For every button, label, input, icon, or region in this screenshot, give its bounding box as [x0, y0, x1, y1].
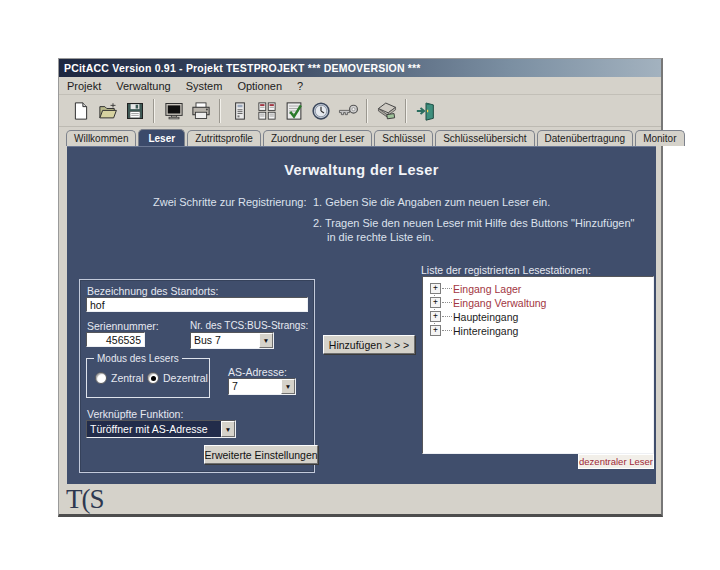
radio-zentral[interactable]: Zentral — [95, 372, 144, 384]
advanced-settings-button[interactable]: Erweiterte Einstellungen — [204, 445, 318, 464]
chevron-down-icon[interactable]: ▼ — [281, 379, 295, 394]
new-document-icon — [71, 101, 91, 121]
modus-groupbox: Modus des Lesers Zentral Dezentral — [86, 358, 210, 398]
status-badge: dezentraler Leser — [578, 454, 654, 469]
chevron-down-icon[interactable]: ▼ — [259, 333, 273, 348]
chevron-down-icon[interactable]: ▼ — [221, 421, 235, 437]
expand-icon[interactable]: + — [430, 311, 441, 322]
expand-icon[interactable]: + — [430, 297, 441, 308]
new-reader-form: Bezeichnung des Standorts: Seriennummer:… — [79, 279, 315, 473]
standort-input[interactable] — [86, 297, 308, 312]
screenshot-page: PCitACC Version 0.91 - Projekt TESTPROJE… — [0, 0, 720, 570]
bus-strang-value: Bus 7 — [194, 334, 221, 346]
menu-item-projekt[interactable]: Projekt — [67, 80, 101, 92]
list-item[interactable]: + Hintereingang — [430, 324, 518, 337]
tab-schluessel[interactable]: Schlüssel — [374, 130, 433, 146]
radio-dezentral-icon — [147, 372, 159, 384]
funktion-select[interactable]: Türöffner mit AS-Adresse ▼ — [86, 420, 236, 438]
tab-willkommen[interactable]: Willkommen — [66, 130, 136, 146]
save-button[interactable] — [121, 98, 148, 124]
modus-label: Modus des Lesers — [94, 353, 182, 364]
menu-item-help[interactable]: ? — [297, 80, 303, 92]
monitor-button[interactable] — [160, 98, 187, 124]
tab-zutrittsprofile[interactable]: Zutrittsprofile — [187, 130, 261, 146]
tree-dash — [442, 302, 452, 303]
instruction-step-1: 1. Geben Sie die Angaben zum neuen Leser… — [313, 196, 550, 208]
add-reader-button[interactable]: Hinzufügen > > > — [323, 335, 415, 354]
list-item[interactable]: + Eingang Verwaltung — [430, 296, 546, 309]
expand-icon[interactable]: + — [430, 325, 441, 336]
list-item[interactable]: + Haupteingang — [430, 310, 518, 323]
standort-label: Bezeichnung des Standorts: — [87, 285, 218, 297]
menu-item-optionen[interactable]: Optionen — [237, 80, 282, 92]
instruction-step-2-continued: in die rechte Liste ein. — [327, 231, 434, 243]
tab-zuordnung-der-leser[interactable]: Zuordnung der Leser — [263, 130, 372, 146]
reader-list-icon — [230, 101, 250, 121]
intro-label: Zwei Schritte zur Registrierung: — [153, 196, 306, 208]
funktion-label: Verknüpfte Funktion: — [87, 408, 183, 420]
check-clipboard-icon — [284, 101, 304, 121]
monitor-icon — [164, 101, 184, 121]
print-button[interactable] — [187, 98, 214, 124]
card-reader-button[interactable] — [373, 98, 400, 124]
check-clipboard-button[interactable] — [280, 98, 307, 124]
registered-readers-list[interactable]: + Eingang Lager + Eingang Verwaltung + H… — [422, 276, 654, 454]
tab-leser[interactable]: Leser — [138, 129, 185, 146]
save-icon — [125, 101, 145, 121]
tree-dash — [442, 330, 452, 331]
as-adresse-select[interactable]: 7 ▼ — [228, 378, 296, 395]
key-icon — [337, 101, 359, 121]
tab-datenuebertragung[interactable]: Datenübertragung — [537, 130, 634, 146]
as-adresse-label: AS-Adresse: — [228, 366, 287, 378]
toolbar — [59, 95, 661, 127]
print-icon — [191, 101, 211, 121]
schedule-grid-button[interactable] — [253, 98, 280, 124]
clock-button[interactable] — [307, 98, 334, 124]
menu-bar: Projekt Verwaltung System Optionen ? — [59, 77, 661, 95]
title-bar[interactable]: PCitACC Version 0.91 - Projekt TESTPROJE… — [59, 59, 661, 77]
as-adresse-value: 7 — [232, 380, 238, 392]
application-window: PCitACC Version 0.91 - Projekt TESTPROJE… — [58, 58, 663, 517]
new-document-button[interactable] — [67, 98, 94, 124]
seriennummer-input[interactable] — [86, 332, 145, 347]
exit-application-icon — [415, 101, 437, 121]
toolbar-separator — [405, 99, 407, 123]
seriennummer-label: Seriennummer: — [87, 320, 159, 332]
footer-bar: T(S — [59, 484, 661, 514]
exit-application-button[interactable] — [412, 98, 439, 124]
tab-monitor[interactable]: Monitor — [635, 130, 684, 146]
funktion-value: Türöffner mit AS-Adresse — [90, 423, 208, 435]
tcs-logo: T(S — [66, 485, 104, 513]
leser-tab-panel: Verwaltung der Leser Zwei Schritte zur R… — [67, 146, 656, 484]
menu-item-system[interactable]: System — [186, 80, 223, 92]
reader-list-button[interactable] — [226, 98, 253, 124]
expand-icon[interactable]: + — [430, 283, 441, 294]
window-title: PCitACC Version 0.91 - Projekt TESTPROJE… — [64, 62, 421, 74]
open-folder-icon — [98, 101, 118, 121]
clock-icon — [311, 101, 331, 121]
list-item[interactable]: + Eingang Lager — [430, 282, 521, 295]
key-button[interactable] — [334, 98, 361, 124]
page-title: Verwaltung der Leser — [67, 162, 656, 178]
toolbar-separator — [366, 99, 368, 123]
registered-readers-label: Liste der registrierten Lesestationen: — [421, 264, 591, 276]
open-folder-button[interactable] — [94, 98, 121, 124]
tab-bar: Willkommen Leser Zutrittsprofile Zuordnu… — [59, 127, 661, 146]
radio-zentral-icon — [95, 372, 107, 384]
card-reader-icon — [376, 101, 398, 121]
radio-dezentral[interactable]: Dezentral — [147, 372, 208, 384]
tab-schluesseluebersicht[interactable]: Schlüsselübersicht — [435, 130, 534, 146]
bus-strang-label: Nr. des TCS:BUS-Strangs: — [190, 320, 308, 331]
tree-dash — [442, 288, 452, 289]
menu-item-verwaltung[interactable]: Verwaltung — [116, 80, 170, 92]
toolbar-separator — [153, 99, 155, 123]
instruction-step-2: 2. Tragen Sie den neuen Leser mit Hilfe … — [313, 217, 635, 229]
toolbar-separator — [219, 99, 221, 123]
bus-strang-select[interactable]: Bus 7 ▼ — [190, 332, 274, 349]
tree-dash — [442, 316, 452, 317]
schedule-grid-icon — [257, 101, 277, 121]
